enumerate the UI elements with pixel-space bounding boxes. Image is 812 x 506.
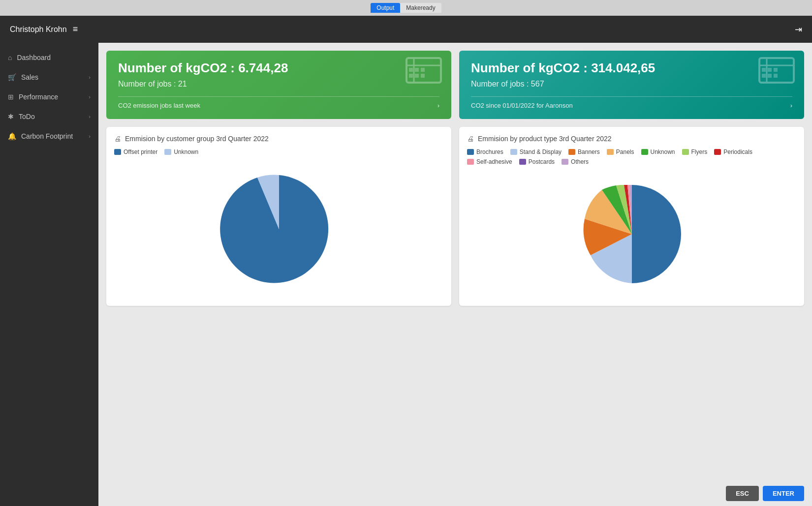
sidebar-label-todo: ToDo — [19, 113, 35, 120]
legend-label-periodicals: Periodicals — [723, 149, 752, 155]
svg-rect-5 — [421, 68, 425, 72]
carbon-icon: 🔔 — [8, 132, 16, 140]
legend-item-unknown: Unknown — [164, 149, 198, 155]
legend-label-flyers: Flyers — [691, 149, 708, 155]
svg-rect-13 — [768, 68, 772, 72]
legend-label-unknown-product: Unknown — [651, 149, 675, 155]
legend-dot-others — [562, 159, 568, 165]
total-footer-chevron: › — [790, 102, 792, 109]
todo-chevron: › — [89, 114, 91, 119]
stat-cards-grid: Number of kgCO2 : 6.744,28 Number of job… — [106, 51, 804, 119]
sidebar-item-carbon[interactable]: 🔔 Carbon Footprint › — [0, 126, 98, 146]
total-footer-text: CO2 since 01/01/2022 for Aaronson — [471, 102, 573, 109]
legend-dot-brochures — [467, 149, 474, 155]
sidebar-label-carbon: Carbon Footprint — [21, 132, 73, 140]
legend-dot-unknown — [164, 149, 171, 155]
svg-rect-8 — [421, 74, 425, 78]
main-window: Christoph Krohn ≡ ⇥ ⌂ Dashboard 🛒 Sales … — [0, 16, 812, 506]
svg-rect-16 — [768, 74, 772, 78]
svg-rect-17 — [774, 74, 778, 78]
svg-rect-4 — [415, 68, 419, 72]
sales-icon: 🛒 — [8, 73, 16, 81]
legend-item-flyers: Flyers — [682, 149, 708, 155]
layout: ⌂ Dashboard 🛒 Sales › ⊞ Performance › — [0, 43, 812, 506]
legend-label-panels: Panels — [616, 149, 634, 155]
total-kgco2-title: Number of kgCO2 : 314.042,65 — [471, 60, 792, 76]
header: Christoph Krohn ≡ ⇥ — [0, 16, 812, 43]
total-jobs-subtitle: Number of jobs : 567 — [471, 80, 792, 89]
sidebar: ⌂ Dashboard 🛒 Sales › ⊞ Performance › — [0, 43, 98, 506]
weekly-footer-text: CO2 emission jobs last week — [118, 102, 200, 109]
top-bar: Output Makeready — [0, 0, 812, 16]
sidebar-item-todo[interactable]: ✱ ToDo › — [0, 107, 98, 126]
content-area: Number of kgCO2 : 6.744,28 Number of job… — [98, 43, 812, 506]
legend-item-stand-display: Stand & Display — [510, 149, 562, 155]
legend-dot-stand — [510, 149, 517, 155]
print-icon-customer: 🖨 — [114, 135, 121, 143]
svg-rect-6 — [409, 74, 413, 78]
chart-customer-legend: Offset printer Unknown — [114, 149, 443, 155]
legend-item-offset: Offset printer — [114, 149, 157, 155]
total-footer[interactable]: CO2 since 01/01/2022 for Aaronson › — [471, 96, 792, 109]
bottom-bar: ESC ENTER — [726, 486, 804, 501]
legend-dot-panels — [607, 149, 614, 155]
svg-rect-3 — [409, 68, 413, 72]
sidebar-item-dashboard[interactable]: ⌂ Dashboard — [0, 48, 98, 67]
legend-item-self-adhesive: Self-adhesive — [467, 158, 512, 165]
card-bg-icon-weekly — [404, 56, 443, 100]
legend-item-unknown-product: Unknown — [641, 149, 675, 155]
sales-chevron: › — [89, 74, 91, 80]
legend-label-banners: Banners — [578, 149, 600, 155]
chart-card-customer: 🖨 Emmision by customer group 3rd Quarter… — [106, 127, 451, 306]
legend-item-banners: Banners — [568, 149, 600, 155]
chart-product-container — [467, 170, 796, 298]
tab-output[interactable]: Output — [371, 3, 400, 13]
chart-product-legend: Brochures Stand & Display Banners P — [467, 149, 796, 165]
tab-makeready[interactable]: Makeready — [400, 3, 441, 13]
performance-icon: ⊞ — [8, 93, 14, 101]
sidebar-label-dashboard: Dashboard — [17, 54, 51, 61]
legend-dot-offset — [114, 149, 121, 155]
weekly-footer[interactable]: CO2 emission jobs last week › — [118, 96, 439, 109]
stat-card-weekly: Number of kgCO2 : 6.744,28 Number of job… — [106, 51, 451, 119]
sidebar-label-sales: Sales — [21, 73, 38, 81]
todo-icon: ✱ — [8, 113, 14, 120]
print-icon-product: 🖨 — [467, 135, 474, 143]
menu-icon[interactable]: ≡ — [73, 24, 78, 34]
legend-dot-banners — [568, 149, 575, 155]
header-left: Christoph Krohn ≡ — [10, 24, 78, 34]
weekly-jobs-subtitle: Number of jobs : 21 — [118, 80, 439, 89]
legend-label-unknown: Unknown — [174, 149, 198, 155]
logout-button[interactable]: ⇥ — [795, 24, 802, 35]
legend-dot-flyers — [682, 149, 689, 155]
stat-card-total: Number of kgCO2 : 314.042,65 Number of j… — [459, 51, 804, 119]
card-bg-icon-total — [757, 56, 796, 100]
legend-item-periodicals: Periodicals — [714, 149, 752, 155]
esc-button[interactable]: ESC — [726, 486, 759, 501]
legend-label-others: Others — [571, 158, 589, 165]
svg-rect-14 — [774, 68, 778, 72]
svg-rect-15 — [762, 74, 766, 78]
dashboard-icon: ⌂ — [8, 54, 12, 61]
legend-dot-postcards — [519, 159, 526, 165]
legend-label-self-adhesive: Self-adhesive — [476, 158, 512, 165]
enter-button[interactable]: ENTER — [763, 486, 804, 501]
carbon-chevron: › — [89, 133, 91, 139]
weekly-kgco2-title: Number of kgCO2 : 6.744,28 — [118, 60, 439, 76]
legend-item-brochures: Brochures — [467, 149, 503, 155]
legend-label-brochures: Brochures — [476, 149, 503, 155]
sidebar-label-performance: Performance — [19, 93, 58, 101]
sidebar-item-sales[interactable]: 🛒 Sales › — [0, 67, 98, 87]
performance-chevron: › — [89, 94, 91, 100]
legend-dot-self-adhesive — [467, 159, 474, 165]
chart-customer-container — [114, 160, 443, 298]
user-name: Christoph Krohn — [10, 25, 67, 34]
sidebar-item-performance[interactable]: ⊞ Performance › — [0, 87, 98, 107]
legend-label-offset: Offset printer — [124, 149, 157, 155]
chart-card-product: 🖨 Emmision by product type 3rd Quarter 2… — [459, 127, 804, 306]
svg-rect-7 — [415, 74, 419, 78]
chart-product-title: 🖨 Emmision by product type 3rd Quarter 2… — [467, 135, 796, 143]
chart-cards-grid: 🖨 Emmision by customer group 3rd Quarter… — [106, 127, 804, 306]
legend-item-others: Others — [562, 158, 589, 165]
legend-dot-periodicals — [714, 149, 721, 155]
